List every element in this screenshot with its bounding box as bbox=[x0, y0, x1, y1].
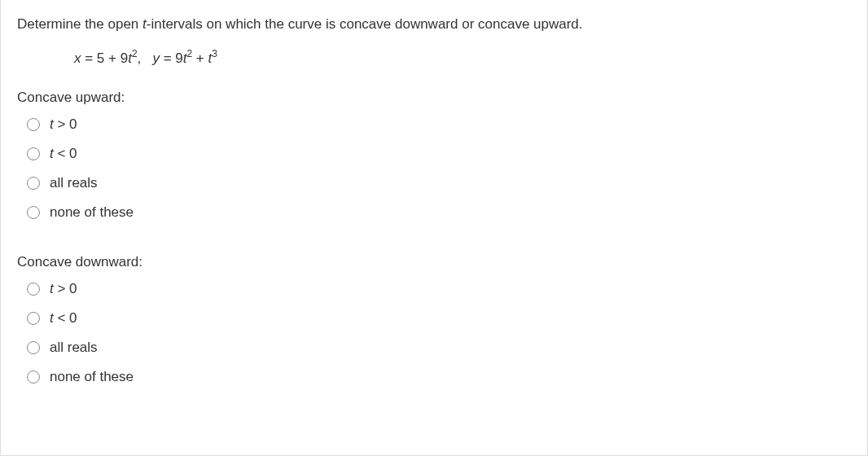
option-label: none of these bbox=[50, 204, 134, 221]
option-row-down-2[interactable]: t < 0 bbox=[27, 306, 851, 331]
question-prompt: Determine the open t-intervals on which … bbox=[17, 15, 851, 34]
radio-icon[interactable] bbox=[27, 283, 40, 296]
concave-downward-label: Concave downward: bbox=[17, 254, 851, 270]
opt-rest: < 0 bbox=[54, 146, 77, 161]
opt-rest: < 0 bbox=[54, 310, 77, 326]
concave-upward-label: Concave upward: bbox=[17, 90, 851, 106]
option-label: t > 0 bbox=[50, 280, 77, 298]
option-label: t < 0 bbox=[50, 309, 77, 327]
option-label: all reals bbox=[50, 339, 98, 357]
option-label: t > 0 bbox=[50, 116, 77, 134]
option-row-up-2[interactable]: t < 0 bbox=[27, 142, 851, 166]
eq-x-var: x bbox=[74, 50, 81, 66]
radio-icon[interactable] bbox=[27, 118, 40, 131]
question-container: Determine the open t-intervals on which … bbox=[0, 0, 868, 456]
option-label: none of these bbox=[50, 368, 134, 386]
radio-icon[interactable] bbox=[27, 147, 40, 160]
option-row-down-4[interactable]: none of these bbox=[27, 365, 851, 389]
opt-rest: > 0 bbox=[54, 116, 77, 132]
option-row-up-1[interactable]: t > 0 bbox=[27, 112, 851, 137]
radio-icon[interactable] bbox=[27, 312, 40, 325]
prompt-text-post: -intervals on which the curve is concave… bbox=[147, 16, 583, 32]
opt-rest: > 0 bbox=[54, 281, 77, 296]
radio-icon[interactable] bbox=[27, 206, 40, 219]
eq-y-text: = 9 bbox=[160, 50, 183, 66]
option-row-down-3[interactable]: all reals bbox=[27, 335, 851, 360]
eq-sup3: 3 bbox=[212, 48, 217, 59]
radio-icon[interactable] bbox=[27, 177, 40, 190]
option-label: all reals bbox=[50, 174, 98, 192]
prompt-text-pre: Determine the open bbox=[17, 16, 142, 32]
eq-comma: , bbox=[138, 50, 145, 66]
option-row-up-4[interactable]: none of these bbox=[27, 200, 851, 225]
option-row-down-1[interactable]: t > 0 bbox=[27, 277, 851, 301]
option-row-up-3[interactable]: all reals bbox=[27, 171, 851, 195]
radio-icon[interactable] bbox=[27, 341, 40, 354]
option-label: t < 0 bbox=[50, 145, 77, 163]
equation: x = 5 + 9t2, y = 9t2 + t3 bbox=[74, 50, 851, 67]
eq-y-var: y bbox=[152, 50, 160, 66]
eq-sup2a: 2 bbox=[132, 48, 138, 59]
eq-x-text: = 5 + 9 bbox=[81, 50, 129, 66]
radio-icon[interactable] bbox=[27, 370, 40, 384]
eq-plus: + bbox=[192, 50, 208, 66]
